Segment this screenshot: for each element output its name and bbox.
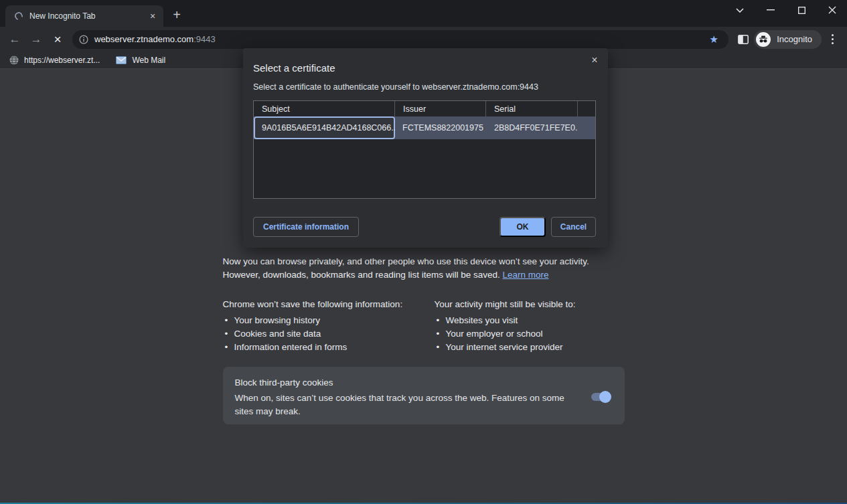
certificate-table-header: Subject Issuer Serial (254, 101, 595, 116)
cookies-card-description: When on, sites can’t use cookies that tr… (235, 392, 578, 418)
certificate-table: Subject Issuer Serial 9A016B5A6E914B42AD… (253, 100, 596, 199)
bookmark-star-icon[interactable]: ★ (706, 31, 722, 48)
incognito-icon (759, 35, 768, 44)
url-text: webserver.ztnademo.com:9443 (94, 34, 216, 44)
cell-subject[interactable]: 9A016B5A6E914B42AD4168C066... (254, 116, 395, 139)
tab-title: New Incognito Tab (29, 11, 147, 21)
profile-badge-label: Incognito (777, 34, 812, 44)
list-item: Your internet service provider (435, 341, 625, 354)
minimize-button[interactable] (760, 1, 781, 19)
profile-badge[interactable]: Incognito (754, 30, 822, 49)
address-bar[interactable]: webserver.ztnademo.com:9443 ★ (72, 30, 728, 49)
dialog-buttons: Certificate information OK Cancel (253, 217, 596, 237)
browser-menu-icon[interactable] (822, 29, 843, 50)
list-item: Websites you visit (435, 314, 625, 327)
dialog-title: Select a certificate (253, 62, 596, 74)
list-item: Information entered in forms (223, 341, 435, 354)
dialog-subtitle: Select a certificate to authenticate you… (253, 82, 596, 92)
bookmark-label: Web Mail (132, 56, 165, 65)
third-party-cookies-toggle[interactable] (591, 393, 610, 401)
maximize-button[interactable] (791, 1, 812, 19)
certificate-information-button[interactable]: Certificate information (253, 217, 359, 237)
forward-icon[interactable]: → (25, 29, 47, 50)
cell-issuer[interactable]: FCTEMS8822001975 (395, 116, 486, 139)
visible-to-list: Websites you visit Your employer or scho… (435, 314, 625, 354)
list-item: Your browsing history (223, 314, 435, 327)
tab-search-chevron-icon[interactable] (729, 1, 751, 19)
site-info-icon[interactable] (79, 35, 88, 44)
list-item: Your employer or school (435, 327, 625, 341)
column-header-subject: Subject (254, 101, 395, 116)
column-header-issuer: Issuer (395, 101, 486, 116)
column-header-serial: Serial (486, 101, 578, 116)
bookmark-item-webserver[interactable]: https://webserver.zt... (9, 56, 100, 65)
mail-icon (116, 56, 127, 64)
tab-new-incognito[interactable]: New Incognito Tab × (5, 5, 163, 27)
stop-loading-icon[interactable]: × (47, 29, 68, 50)
ok-button[interactable]: OK (499, 217, 546, 237)
certificate-row-selected[interactable]: 9A016B5A6E914B42AD4168C066... FCTEMS8822… (254, 116, 595, 139)
window-controls (729, 1, 843, 19)
bookmark-label: https://webserver.zt... (24, 56, 100, 65)
back-icon[interactable]: ← (4, 29, 25, 50)
globe-icon (9, 56, 19, 65)
url-port: :9443 (194, 34, 216, 44)
close-window-button[interactable] (822, 1, 843, 19)
incognito-avatar (756, 32, 771, 47)
wont-save-list: Your browsing history Cookies and site d… (223, 314, 435, 354)
info-columns: Chrome won’t save the following informat… (223, 298, 625, 354)
third-party-cookies-card: Block third-party cookies When on, sites… (223, 367, 625, 424)
tab-strip: New Incognito Tab × + (0, 0, 847, 27)
cancel-button[interactable]: Cancel (551, 217, 596, 237)
visible-to-column: Your activity might still be visible to:… (435, 298, 625, 354)
tab-close-icon[interactable]: × (147, 11, 158, 21)
new-tab-button[interactable]: + (167, 5, 186, 24)
side-panel-icon[interactable] (733, 29, 754, 50)
toggle-thumb (599, 391, 611, 403)
cookies-card-title: Block third-party cookies (235, 377, 613, 388)
tab-loading-spinner-icon (13, 11, 24, 21)
visible-to-heading: Your activity might still be visible to: (435, 298, 625, 311)
url-host: webserver.ztnademo.com (94, 34, 194, 44)
browser-window: New Incognito Tab × + ← → × (0, 0, 847, 504)
dialog-close-icon[interactable]: × (588, 54, 601, 67)
select-certificate-dialog: × Select a certificate Select a certific… (243, 48, 608, 248)
wont-save-heading: Chrome won’t save the following informat… (223, 298, 435, 311)
cell-serial[interactable]: 2B8D4FF0E71FE7E0... (486, 116, 578, 139)
list-item: Cookies and site data (223, 327, 435, 341)
incognito-intro: Now you can browse privately, and other … (223, 255, 625, 282)
wont-save-column: Chrome won’t save the following informat… (223, 298, 435, 354)
bookmark-item-webmail[interactable]: Web Mail (116, 56, 165, 65)
learn-more-link[interactable]: Learn more (502, 270, 548, 280)
